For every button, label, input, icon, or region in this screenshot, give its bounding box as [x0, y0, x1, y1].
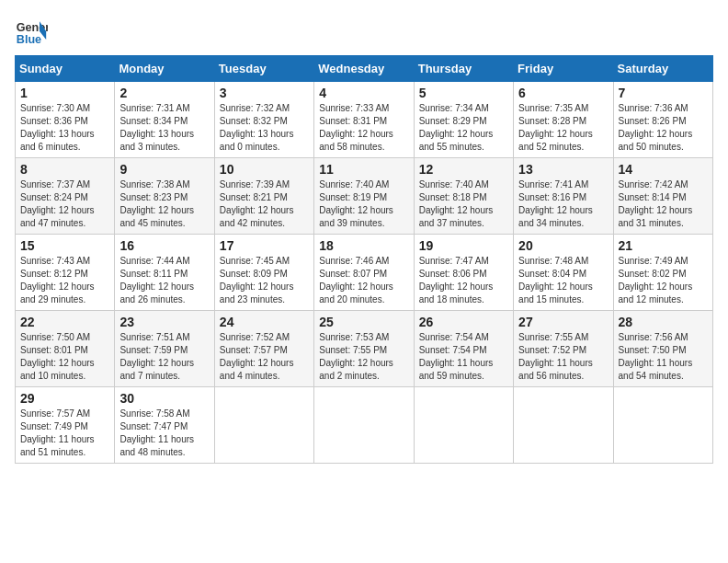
calendar-cell: 12 Sunrise: 7:40 AM Sunset: 8:18 PM Dayl… — [414, 158, 513, 235]
calendar-cell: 25 Sunrise: 7:53 AM Sunset: 7:55 PM Dayl… — [314, 311, 414, 387]
calendar-table: SundayMondayTuesdayWednesdayThursdayFrid… — [15, 55, 713, 464]
day-number: 12 — [419, 162, 508, 177]
day-number: 8 — [20, 162, 109, 177]
day-number: 3 — [220, 86, 309, 100]
calendar-cell: 28 Sunrise: 7:56 AM Sunset: 7:50 PM Dayl… — [613, 311, 712, 387]
calendar-cell — [314, 387, 414, 464]
day-number: 7 — [619, 86, 708, 100]
column-header-saturday: Saturday — [613, 56, 712, 82]
day-number: 29 — [20, 391, 109, 406]
calendar-cell — [514, 387, 613, 464]
calendar-cell: 30 Sunrise: 7:58 AM Sunset: 7:47 PM Dayl… — [115, 387, 214, 464]
day-info: Sunrise: 7:39 AM Sunset: 8:21 PM Dayligh… — [220, 178, 309, 230]
day-info: Sunrise: 7:35 AM Sunset: 8:28 PM Dayligh… — [518, 102, 608, 154]
calendar-cell: 20 Sunrise: 7:48 AM Sunset: 8:04 PM Dayl… — [514, 235, 613, 311]
day-number: 28 — [619, 315, 708, 329]
day-info: Sunrise: 7:32 AM Sunset: 8:32 PM Dayligh… — [220, 102, 309, 154]
day-info: Sunrise: 7:30 AM Sunset: 8:36 PM Dayligh… — [20, 102, 109, 154]
day-number: 1 — [20, 86, 109, 100]
day-number: 2 — [119, 86, 209, 100]
column-header-monday: Monday — [115, 56, 214, 82]
calendar-cell: 4 Sunrise: 7:33 AM Sunset: 8:31 PM Dayli… — [314, 82, 414, 158]
calendar-cell: 13 Sunrise: 7:41 AM Sunset: 8:16 PM Dayl… — [514, 158, 613, 235]
day-number: 13 — [518, 162, 608, 177]
calendar-header-row: SundayMondayTuesdayWednesdayThursdayFrid… — [16, 56, 713, 82]
calendar-cell: 2 Sunrise: 7:31 AM Sunset: 8:34 PM Dayli… — [115, 82, 214, 158]
calendar-cell: 3 Sunrise: 7:32 AM Sunset: 8:32 PM Dayli… — [214, 82, 313, 158]
calendar-cell: 11 Sunrise: 7:40 AM Sunset: 8:19 PM Dayl… — [314, 158, 414, 235]
column-header-sunday: Sunday — [16, 56, 115, 82]
day-number: 9 — [119, 162, 209, 177]
calendar-cell: 1 Sunrise: 7:30 AM Sunset: 8:36 PM Dayli… — [16, 82, 115, 158]
day-info: Sunrise: 7:37 AM Sunset: 8:24 PM Dayligh… — [20, 178, 109, 230]
calendar-cell: 26 Sunrise: 7:54 AM Sunset: 7:54 PM Dayl… — [414, 311, 513, 387]
calendar-week-row: 1 Sunrise: 7:30 AM Sunset: 8:36 PM Dayli… — [16, 82, 713, 158]
day-info: Sunrise: 7:43 AM Sunset: 8:12 PM Dayligh… — [20, 255, 109, 306]
calendar-cell: 8 Sunrise: 7:37 AM Sunset: 8:24 PM Dayli… — [16, 158, 115, 235]
day-info: Sunrise: 7:42 AM Sunset: 8:14 PM Dayligh… — [619, 178, 708, 230]
calendar-cell: 9 Sunrise: 7:38 AM Sunset: 8:23 PM Dayli… — [115, 158, 214, 235]
day-info: Sunrise: 7:55 AM Sunset: 7:52 PM Dayligh… — [518, 331, 608, 383]
day-info: Sunrise: 7:47 AM Sunset: 8:06 PM Dayligh… — [419, 255, 508, 306]
day-info: Sunrise: 7:51 AM Sunset: 7:59 PM Dayligh… — [119, 331, 209, 383]
calendar-cell — [214, 387, 313, 464]
day-number: 14 — [619, 162, 708, 177]
page-header: General Blue — [15, 15, 713, 48]
logo: General Blue — [15, 15, 48, 48]
calendar-cell: 21 Sunrise: 7:49 AM Sunset: 8:02 PM Dayl… — [613, 235, 712, 311]
calendar-cell — [613, 387, 712, 464]
day-info: Sunrise: 7:33 AM Sunset: 8:31 PM Dayligh… — [319, 102, 408, 154]
column-header-thursday: Thursday — [414, 56, 513, 82]
day-number: 6 — [518, 86, 608, 100]
day-info: Sunrise: 7:50 AM Sunset: 8:01 PM Dayligh… — [20, 331, 109, 383]
svg-text:Blue: Blue — [17, 33, 41, 46]
day-number: 24 — [220, 315, 309, 329]
calendar-cell: 16 Sunrise: 7:44 AM Sunset: 8:11 PM Dayl… — [115, 235, 214, 311]
day-info: Sunrise: 7:40 AM Sunset: 8:19 PM Dayligh… — [319, 178, 408, 230]
column-header-wednesday: Wednesday — [314, 56, 414, 82]
day-number: 21 — [619, 238, 708, 253]
day-number: 23 — [119, 315, 209, 329]
calendar-cell: 14 Sunrise: 7:42 AM Sunset: 8:14 PM Dayl… — [613, 158, 712, 235]
day-number: 4 — [319, 86, 408, 100]
calendar-cell: 6 Sunrise: 7:35 AM Sunset: 8:28 PM Dayli… — [514, 82, 613, 158]
day-info: Sunrise: 7:52 AM Sunset: 7:57 PM Dayligh… — [220, 331, 309, 383]
calendar-cell — [414, 387, 513, 464]
day-info: Sunrise: 7:44 AM Sunset: 8:11 PM Dayligh… — [119, 255, 209, 306]
day-number: 16 — [119, 238, 209, 253]
day-info: Sunrise: 7:57 AM Sunset: 7:49 PM Dayligh… — [20, 408, 109, 459]
day-info: Sunrise: 7:58 AM Sunset: 7:47 PM Dayligh… — [119, 408, 209, 459]
day-info: Sunrise: 7:41 AM Sunset: 8:16 PM Dayligh… — [518, 178, 608, 230]
calendar-cell: 19 Sunrise: 7:47 AM Sunset: 8:06 PM Dayl… — [414, 235, 513, 311]
day-number: 5 — [419, 86, 508, 100]
day-number: 18 — [319, 238, 408, 253]
day-info: Sunrise: 7:36 AM Sunset: 8:26 PM Dayligh… — [619, 102, 708, 154]
calendar-cell: 15 Sunrise: 7:43 AM Sunset: 8:12 PM Dayl… — [16, 235, 115, 311]
calendar-week-row: 22 Sunrise: 7:50 AM Sunset: 8:01 PM Dayl… — [16, 311, 713, 387]
day-number: 17 — [220, 238, 309, 253]
calendar-week-row: 8 Sunrise: 7:37 AM Sunset: 8:24 PM Dayli… — [16, 158, 713, 235]
calendar-cell: 5 Sunrise: 7:34 AM Sunset: 8:29 PM Dayli… — [414, 82, 513, 158]
day-info: Sunrise: 7:40 AM Sunset: 8:18 PM Dayligh… — [419, 178, 508, 230]
calendar-cell: 7 Sunrise: 7:36 AM Sunset: 8:26 PM Dayli… — [613, 82, 712, 158]
day-number: 25 — [319, 315, 408, 329]
day-number: 10 — [220, 162, 309, 177]
calendar-cell: 23 Sunrise: 7:51 AM Sunset: 7:59 PM Dayl… — [115, 311, 214, 387]
day-number: 27 — [518, 315, 608, 329]
day-info: Sunrise: 7:54 AM Sunset: 7:54 PM Dayligh… — [419, 331, 508, 383]
calendar-week-row: 29 Sunrise: 7:57 AM Sunset: 7:49 PM Dayl… — [16, 387, 713, 464]
day-info: Sunrise: 7:49 AM Sunset: 8:02 PM Dayligh… — [619, 255, 708, 306]
day-info: Sunrise: 7:38 AM Sunset: 8:23 PM Dayligh… — [119, 178, 209, 230]
day-info: Sunrise: 7:56 AM Sunset: 7:50 PM Dayligh… — [619, 331, 708, 383]
day-info: Sunrise: 7:34 AM Sunset: 8:29 PM Dayligh… — [419, 102, 508, 154]
day-number: 19 — [419, 238, 508, 253]
calendar-cell: 10 Sunrise: 7:39 AM Sunset: 8:21 PM Dayl… — [214, 158, 313, 235]
column-header-tuesday: Tuesday — [214, 56, 313, 82]
day-number: 22 — [20, 315, 109, 329]
day-number: 15 — [20, 238, 109, 253]
day-info: Sunrise: 7:46 AM Sunset: 8:07 PM Dayligh… — [319, 255, 408, 306]
calendar-cell: 27 Sunrise: 7:55 AM Sunset: 7:52 PM Dayl… — [514, 311, 613, 387]
column-header-friday: Friday — [514, 56, 613, 82]
day-number: 20 — [518, 238, 608, 253]
calendar-week-row: 15 Sunrise: 7:43 AM Sunset: 8:12 PM Dayl… — [16, 235, 713, 311]
